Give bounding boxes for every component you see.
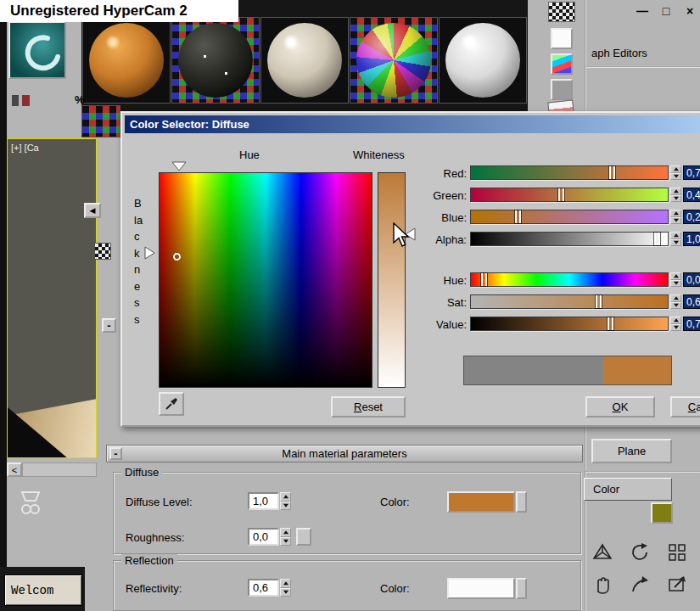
hue-spinner[interactable] [670,272,681,287]
scroll-left-button[interactable]: < [7,462,22,477]
material-sphere-patterned [356,23,431,98]
gray-tool-button[interactable] [551,79,573,100]
value-slider-handle[interactable] [608,317,613,330]
checkered-background-icon[interactable] [548,2,575,22]
hue-slider-handle[interactable] [481,273,487,286]
rollout-header[interactable]: Main material parameters [106,445,583,462]
alpha-value-input[interactable]: 1,0 [683,232,700,246]
close-button[interactable]: × [680,3,699,19]
material-slot-5[interactable] [439,17,527,104]
roughness-map-button[interactable] [296,528,311,546]
sat-slider-track[interactable] [470,294,669,309]
ok-button[interactable]: OK [585,396,655,418]
cancel-button[interactable]: Cancel [670,396,700,418]
pan-hand-icon[interactable] [591,574,613,596]
alpha-slider-handle[interactable] [654,233,660,245]
green-slider-track[interactable] [470,188,669,202]
toolbar-mark-icon[interactable] [12,95,19,106]
alpha-spinner[interactable] [670,232,681,246]
value-spinner[interactable] [670,317,681,331]
red-spinner[interactable] [670,165,681,180]
reset-button[interactable]: Reset [331,396,406,418]
app-logo [8,21,66,79]
hue-blackness-field[interactable] [159,172,372,388]
eyedropper-icon [164,396,179,412]
reflectivity-spinner[interactable] [280,579,291,597]
diffuse-color-swatch[interactable] [447,491,515,513]
material-slot-2[interactable] [171,17,260,104]
color-map-button[interactable]: Color [584,478,672,501]
roughness-input[interactable]: 0,0 [248,528,279,546]
schematic-bone-icon[interactable] [19,489,42,516]
material-slot-row2-partial[interactable] [81,105,120,137]
green-slider-handle[interactable] [558,188,564,201]
eyedropper-button[interactable] [159,392,184,416]
green-value-input[interactable]: 0,4 [683,188,700,202]
roughness-label: Roughness: [126,531,184,544]
blue-slider-track[interactable] [470,210,669,224]
diffuse-map-nub-button[interactable] [516,491,527,513]
material-slot-1[interactable] [82,17,171,104]
blue-value-input[interactable]: 0,2 [683,210,700,224]
viewport-camera[interactable]: [+] [Ca [7,138,97,458]
diffuse-level-spinner[interactable] [280,492,291,510]
hue-value-input[interactable]: 0,0 [683,272,700,287]
reflectivity-input[interactable]: 0,6 [248,579,279,597]
blue-slider-handle[interactable] [515,210,521,223]
toolbar-mark2-icon[interactable] [22,95,30,106]
red-slider-track[interactable] [470,165,669,180]
region-zoom-icon[interactable] [666,574,688,596]
olive-color-swatch[interactable] [651,502,673,524]
value-slider-label: Value: [402,318,467,331]
blackness-marker[interactable] [144,246,155,260]
menubar-groove [585,66,700,68]
roughness-spinner[interactable] [280,528,291,546]
hypercam-text: Unregistered HyperCam 2 [0,3,188,20]
whiteness-axis-label: Whiteness [353,149,405,161]
panel-groove [585,471,700,473]
diffuse-level-input[interactable]: 1,0 [248,492,279,510]
logo-swirl-icon [10,23,64,77]
mouse-cursor [393,222,413,249]
red-value-input[interactable]: 0,7 [683,165,700,180]
plane-button-label: Plane [618,445,646,457]
color-palette-icon[interactable] [551,53,573,75]
reflectivity-label: Reflectivity: [126,582,182,595]
alpha-slider-track[interactable] [470,232,669,246]
sat-slider-handle[interactable] [596,295,602,308]
blackness-label: Blackness [134,195,143,328]
rollout-collapse-button[interactable]: - [109,447,122,460]
hue-marker[interactable] [171,161,187,171]
maximize-button[interactable]: □ [657,3,675,19]
hue-slider-track[interactable] [470,272,669,287]
reset-label: Reset [333,399,404,416]
value-slider-track[interactable] [470,317,669,331]
plane-button[interactable]: Plane [591,439,672,463]
viewport-label[interactable]: [+] [Ca [11,143,39,153]
material-slot-4[interactable] [350,17,438,104]
percent-icon[interactable]: % [75,93,85,106]
blue-spinner[interactable] [670,210,681,224]
array-grid-icon[interactable] [666,541,688,563]
arc-arrow-icon[interactable] [629,574,651,596]
material-slot-3[interactable] [260,17,349,104]
blank-tool-button[interactable] [551,28,573,49]
scroll-track[interactable] [22,462,97,477]
show-background-toggle-icon[interactable] [94,243,111,260]
sat-value-input[interactable]: 0,6 [683,294,700,309]
reflection-map-nub-button[interactable] [516,578,527,599]
red-slider-handle[interactable] [609,166,615,179]
diffuse-group-title: Diffuse [121,466,162,479]
green-spinner[interactable] [670,188,681,202]
sat-spinner[interactable] [670,294,681,309]
arc-rotate-icon[interactable] [629,541,651,563]
menu-graph-editors[interactable]: aph Editors [591,47,647,59]
material-prev-button[interactable]: ◀ [84,203,101,218]
welcome-window[interactable]: Welcom [4,575,82,606]
value-value-input[interactable]: 0,7 [683,317,700,331]
hidden-rollout-collapse-button[interactable]: - [102,318,116,333]
dialog-titlebar[interactable]: Color Selector: Diffuse [125,115,700,133]
geometry-prism-icon[interactable] [591,541,613,563]
minimize-button[interactable]: — [633,3,652,19]
reflection-color-swatch[interactable] [447,578,515,599]
